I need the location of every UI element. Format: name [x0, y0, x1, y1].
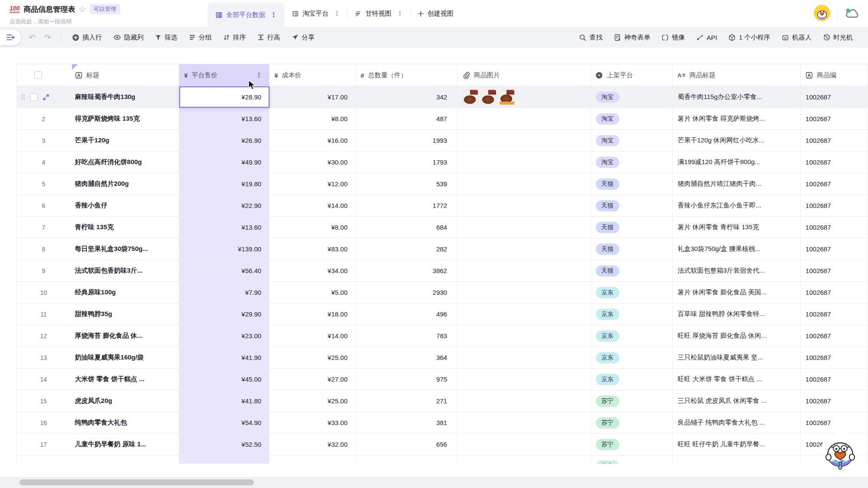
cell-cost[interactable]: ¥83.00: [270, 238, 356, 260]
cell-platform[interactable]: 苏宁: [591, 390, 673, 412]
cell-qty[interactable]: 539: [356, 173, 458, 195]
cell-product_title[interactable]: 薯片 休闲零食 得克萨斯烧烤...: [673, 108, 801, 129]
cell-title[interactable]: 好吃点高纤消化饼800g: [70, 152, 179, 173]
cell-qty[interactable]: 282: [356, 238, 458, 260]
cell-images[interactable]: [458, 217, 591, 238]
cell-product_title[interactable]: 猪肉脯自然片靖江猪肉干肉...: [673, 173, 801, 195]
cell-images[interactable]: [458, 108, 591, 129]
search-button[interactable]: 查找: [579, 33, 602, 42]
time-machine-button[interactable]: 时光机: [823, 33, 853, 42]
cell-title[interactable]: 大米饼 零食 饼干糕点 ...: [70, 369, 179, 390]
cell-qty[interactable]: 783: [356, 325, 458, 346]
cell-code[interactable]: 1002687: [801, 108, 868, 129]
cell-qty[interactable]: 2930: [356, 282, 458, 303]
cell-product_title[interactable]: 礼盒30袋750g/盒 腰果核桃...: [673, 238, 801, 260]
drag-handle-icon[interactable]: [21, 94, 25, 101]
cell-images[interactable]: [458, 303, 591, 325]
cell-title[interactable]: 奶油味夏威夷果160g/袋: [70, 347, 179, 368]
product-image-thumbnail[interactable]: [481, 89, 496, 105]
cell-product_title[interactable]: 百草味 甜辣鸭脖 休闲零食特...: [673, 303, 801, 325]
view-tab-4[interactable]: 创建视图: [411, 0, 460, 27]
table-row-4[interactable]: 4好吃点高纤消化饼800g¥49.90¥30.001793淘宝满199减120 …: [17, 152, 868, 173]
insert-row-button[interactable]: 插入行: [72, 33, 102, 42]
cell-qty[interactable]: 1793: [356, 152, 458, 173]
cell-platform[interactable]: 天猫: [591, 173, 673, 195]
cell-platform[interactable]: 淘宝: [591, 152, 673, 173]
cell-cost[interactable]: ¥14.00: [270, 195, 356, 216]
cell-code[interactable]: 1002687: [801, 173, 868, 195]
cell-qty[interactable]: 1772: [356, 195, 458, 216]
cell-title[interactable]: 纯鸭肉零食大礼包: [70, 412, 179, 433]
cell-cost[interactable]: ¥30.00: [270, 152, 356, 173]
cell-price[interactable]: ¥22.90: [179, 195, 270, 216]
cell-images[interactable]: [458, 195, 591, 216]
cell-platform[interactable]: 天猫: [591, 195, 673, 216]
doc-description-placeholder[interactable]: 点击此处，添加一段说明: [10, 18, 120, 26]
star-icon[interactable]: ☆: [79, 5, 85, 14]
cell-code[interactable]: 1002687: [801, 347, 868, 368]
cell-product_title[interactable]: 满199减120 高纤饼干800g...: [673, 152, 801, 173]
cell-code[interactable]: 1002687: [801, 195, 868, 216]
cell-platform[interactable]: 苏宁: [591, 412, 673, 433]
table-row-12[interactable]: 12厚烧海苔 膨化食品 休...¥23.00¥14.00783京东旺旺 厚烧海苔…: [17, 325, 868, 347]
cell-title[interactable]: 青柠味 135克: [70, 217, 179, 238]
cell-price[interactable]: ¥13.60: [179, 108, 270, 129]
cell-images[interactable]: [458, 325, 591, 346]
cell-cost[interactable]: ¥25.00: [270, 390, 356, 412]
robot-button[interactable]: 机器人: [782, 33, 812, 42]
cell-price[interactable]: ¥13.60: [179, 217, 270, 238]
cell-price[interactable]: ¥52.50: [179, 434, 270, 455]
cell-platform[interactable]: 苏宁: [591, 434, 673, 455]
cell-platform[interactable]: 淘宝: [591, 108, 673, 129]
cell-title[interactable]: 厚烧海苔 膨化食品 休...: [70, 325, 179, 346]
row-select-cell[interactable]: 4: [17, 152, 70, 173]
cell-qty[interactable]: 684: [356, 217, 458, 238]
horizontal-scrollbar[interactable]: [0, 477, 868, 488]
table-row-16[interactable]: 16纯鸭肉零食大礼包¥54.90¥33.00381苏宁良品铺子 纯鸭肉零食大礼包…: [17, 412, 868, 434]
expand-record-icon[interactable]: [43, 94, 49, 101]
cell-price[interactable]: ¥28.90: [179, 86, 270, 108]
cell-cost[interactable]: ¥32.00: [270, 434, 356, 455]
cell-code[interactable]: 1002687: [801, 390, 868, 412]
miniapp-button[interactable]: 1 个小程序: [728, 33, 770, 42]
collapse-sidebar-button[interactable]: [0, 30, 21, 45]
redo-button[interactable]: ↷: [40, 33, 56, 43]
cell-cost[interactable]: ¥27.00: [270, 369, 356, 390]
cell-cost[interactable]: ¥12.00: [270, 173, 356, 195]
sort-button[interactable]: 排序: [223, 33, 246, 42]
cell-price[interactable]: ¥49.90: [179, 152, 270, 173]
cell-product_title[interactable]: 薯片 休闲零食 膨化食品 美国...: [673, 282, 801, 303]
cell-platform[interactable]: 京东: [591, 303, 673, 325]
undo-button[interactable]: ↶: [24, 33, 40, 43]
cell-title[interactable]: 虎皮凤爪20g: [70, 390, 179, 412]
cell-cost[interactable]: ¥8.00: [270, 217, 356, 238]
cell-code[interactable]: 1002687: [801, 282, 868, 303]
product-image-thumbnail[interactable]: [499, 89, 515, 105]
cell-images[interactable]: [458, 152, 591, 173]
cell-cost[interactable]: ¥14.00: [270, 325, 356, 346]
magic-form-button[interactable]: 神奇表单: [614, 33, 650, 42]
row-select-cell[interactable]: 10: [17, 282, 70, 303]
share-button[interactable]: 分享: [292, 33, 315, 42]
row-select-cell[interactable]: 9: [17, 260, 70, 281]
tab-menu-icon[interactable]: ⋮: [397, 10, 403, 17]
cell-images[interactable]: [458, 130, 591, 151]
table-row-6[interactable]: 6香辣小鱼仔¥22.90¥14.001772天猫香辣小鱼仔东江鱼小鱼干即...1…: [17, 195, 868, 217]
cell-price[interactable]: ¥139.00: [179, 238, 270, 260]
row-select-cell[interactable]: [17, 455, 70, 464]
cell-cost[interactable]: ¥16.00: [270, 130, 356, 151]
row-select-cell[interactable]: 17: [17, 434, 70, 455]
cell-code[interactable]: 1002687: [801, 325, 868, 346]
cell-title[interactable]: 法式软面包香奶味3斤...: [70, 260, 179, 281]
cell-images[interactable]: [458, 86, 591, 108]
table-row-10[interactable]: 10经典原味100g¥7.90¥5.002930京东薯片 休闲零食 膨化食品 美…: [17, 282, 868, 303]
cell-price[interactable]: ¥56.40: [179, 260, 270, 281]
table-row-partial[interactable]: 苏宁: [17, 455, 868, 464]
cell-qty[interactable]: 975: [356, 369, 458, 390]
cell-product_title[interactable]: 香辣小鱼仔东江鱼小鱼干即...: [673, 195, 801, 216]
cell-code[interactable]: 1002687: [801, 260, 868, 281]
mirror-button[interactable]: 镜像: [661, 33, 685, 42]
cell-title[interactable]: 香辣小鱼仔: [70, 195, 179, 216]
row-select-cell[interactable]: 14: [17, 369, 70, 390]
row-select-cell[interactable]: 8: [17, 238, 70, 260]
